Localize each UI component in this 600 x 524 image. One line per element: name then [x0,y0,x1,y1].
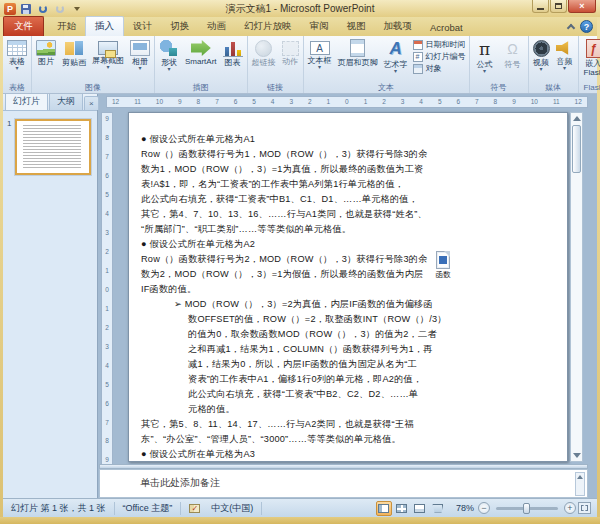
clipart-button[interactable]: 剪贴画 [59,37,89,67]
slide-thumbnail[interactable] [15,119,91,175]
chart-button[interactable]: 图表 [220,37,246,67]
audio-button[interactable]: 音频 [553,37,577,71]
tab-slides[interactable]: 幻灯片 [5,92,48,110]
close-button[interactable] [568,0,596,13]
reading-view-button[interactable] [412,501,428,516]
tab-view[interactable]: 视图 [338,17,375,36]
action-icon [282,41,299,56]
zoom-out-button[interactable] [478,502,490,514]
tab-acrobat[interactable]: Acrobat [421,19,472,36]
wordart-button[interactable]: 艺术字 [381,37,411,74]
ruler-number: 9 [178,97,182,107]
tab-transitions[interactable]: 切换 [161,17,198,36]
ruler-number: 0 [345,97,349,107]
help-button[interactable] [580,20,593,33]
powerpoint-app-icon[interactable] [4,3,16,15]
text-group-small-buttons: 日期和时间 幻灯片编号 对象 [411,37,468,74]
text-line: 其它，第4、7、10、13、16、……行与A1类同，也就是获得“姓名”、 [129,207,567,222]
tab-addins[interactable]: 加载项 [375,17,422,36]
ruler-number: 8 [197,97,201,107]
ruler-number: 12 [112,97,119,107]
textbox-icon [310,41,330,55]
work-area: 幻灯片 大纲 1 1211109876543210123456789101112… [3,94,597,498]
qat-customize-button[interactable] [70,2,84,15]
tab-animations[interactable]: 动画 [198,17,235,36]
fit-slide-to-window-button[interactable] [578,502,591,514]
horizontal-ruler[interactable]: 1211109876543210123456789101112 [106,96,588,108]
undo-button[interactable] [36,2,50,15]
notes-panel[interactable]: 单击此处添加备注 [99,469,588,498]
ruler-number: 1 [105,268,109,275]
object-button[interactable]: 对象 [413,63,466,74]
slide-canvas[interactable]: ● 假设公式所在单元格为A1Row（）函数获得行号为1，MOD（ROW（），3）… [128,112,568,462]
maximize-icon [555,3,562,9]
hyperlink-button[interactable]: 超链接 [249,37,279,67]
vertical-ruler[interactable]: 9876543210123456789 [101,112,113,468]
scrollbar-thumb[interactable] [572,125,581,173]
minimize-button[interactable] [532,0,549,13]
ruler-number: 1 [327,97,331,107]
textbox-button[interactable]: 文本框 [305,37,335,70]
tab-file[interactable]: 文件 [3,16,44,36]
notes-scrollbar[interactable] [575,472,585,496]
group-label-media: 媒体 [530,82,577,93]
dropdown-arrow-icon [138,66,141,71]
slide-number-button[interactable]: 幻灯片编号 [413,51,466,62]
zoom-slider[interactable] [496,507,558,510]
date-time-button[interactable]: 日期和时间 [413,39,466,50]
slideshow-button[interactable] [430,501,446,516]
video-button[interactable]: 视频 [530,37,553,72]
symbol-button[interactable]: 符号 [499,37,527,69]
photo-album-button[interactable]: 相册 [127,37,153,71]
language-indicator[interactable]: 中文(中国) [203,502,262,515]
screenshot-button[interactable]: 屏幕截图 [89,37,127,70]
table-button[interactable]: 表格 [4,37,30,71]
theme-name[interactable]: “Office 主题” [115,502,182,515]
ruler-number: 4 [271,97,275,107]
picture-button[interactable]: 图片 [33,37,59,66]
button-label: SmartArt [185,57,217,66]
save-icon [21,4,31,14]
vertical-scrollbar[interactable] [570,112,583,462]
smartart-button[interactable]: SmartArt [182,37,220,66]
text-line: 元格的值。 [129,402,567,417]
action-button[interactable]: 动作 [279,37,302,66]
spellcheck-button[interactable] [181,502,203,515]
scroll-up-icon[interactable] [577,475,583,479]
ruler-number: 1 [105,306,109,313]
normal-view-button[interactable] [376,501,392,516]
zoom-in-button[interactable] [564,502,576,514]
minimize-ribbon-icon[interactable] [567,23,575,31]
tab-home[interactable]: 开始 [48,17,85,36]
slideshow-icon [432,504,443,513]
maximize-button[interactable] [550,0,567,13]
slide-sorter-view-button[interactable] [394,501,410,516]
zoom-slider-thumb[interactable] [523,503,530,514]
tab-insert[interactable]: 插入 [85,16,124,36]
slide-counter: 幻灯片 第 1 张，共 1 张 [3,502,115,515]
audio-icon [556,40,574,56]
object-icon [413,64,423,74]
tab-review[interactable]: 审阅 [301,17,338,36]
embedded-object[interactable]: 函数 [425,251,461,280]
tab-design[interactable]: 设计 [124,17,161,36]
ruler-number: 7 [215,97,219,107]
scroll-down-icon[interactable] [573,453,581,458]
redo-button[interactable] [53,2,67,15]
close-panel-button[interactable] [84,96,99,110]
header-footer-button[interactable]: 页眉和页脚 [335,37,381,67]
zoom-level[interactable]: 78% [456,503,474,513]
tab-outline[interactable]: 大纲 [49,92,83,110]
scroll-up-icon[interactable] [573,116,581,121]
save-button[interactable] [19,2,33,15]
embedded-word-object-icon [436,251,450,269]
text-line: 其它，第5、8、11、14、17、……行与A2类同，也就是获得“王福 [129,417,567,432]
slide-sorter-icon [396,504,407,513]
tab-slideshow[interactable]: 幻灯片放映 [235,17,301,36]
thumbnail-text-lines [23,125,81,169]
text-line: ● 假设公式所在单元格为A2 [129,237,567,252]
equation-button[interactable]: 公式 [471,37,499,74]
ribbon-right-controls [568,20,593,33]
shapes-button[interactable]: 形状 [156,37,182,72]
embed-flash-button[interactable]: 嵌入 Flash [580,37,600,77]
